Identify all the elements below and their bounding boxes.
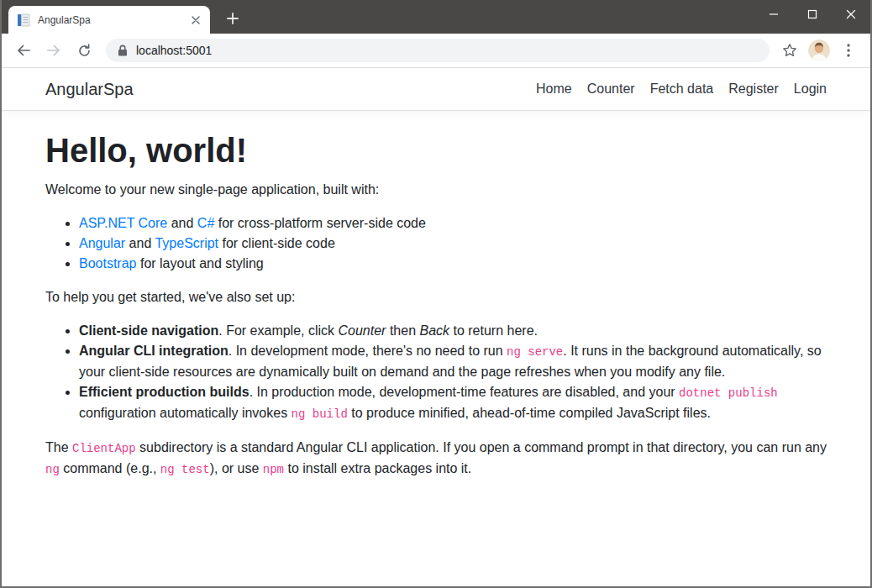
bold-text: Client-side navigation <box>79 323 218 338</box>
bold-text: Angular CLI integration <box>79 344 229 358</box>
main-content: Hello, world! Welcome to your new single… <box>33 111 839 480</box>
page-title: Hello, world! <box>45 130 827 171</box>
lock-icon[interactable] <box>118 45 128 56</box>
setup-intro-paragraph: To help you get started, we've also set … <box>45 287 827 307</box>
list-item-angular: Angular and TypeScript for client-side c… <box>79 234 827 254</box>
inline-code: ng <box>45 463 60 476</box>
tech-list: ASP.NET Core and C# for cross-platform s… <box>45 213 827 274</box>
tab-title: AngularSpa <box>38 14 188 26</box>
intro-paragraph: Welcome to your new single-page applicat… <box>45 180 827 200</box>
inline-code: dotnet publish <box>679 386 778 400</box>
italic-text: Counter <box>339 323 386 338</box>
inline-code: npm <box>263 463 284 476</box>
content-link[interactable]: C# <box>197 216 214 230</box>
italic-text: Back <box>419 323 449 338</box>
browser-toolbar: localhost:5001 <box>2 34 870 68</box>
content-link[interactable]: TypeScript <box>155 236 218 250</box>
content-link[interactable]: Angular <box>79 236 125 250</box>
setup-list: Client-side navigation. For example, cli… <box>45 321 827 424</box>
menu-dots-icon[interactable] <box>835 37 862 64</box>
address-bar[interactable]: localhost:5001 <box>106 39 770 62</box>
footer-paragraph: The ClientApp subdirectory is a standard… <box>45 438 827 480</box>
nav-link-fetch-data[interactable]: Fetch data <box>643 81 722 96</box>
content-link[interactable]: ASP.NET Core <box>79 216 167 230</box>
content-link[interactable]: Bootstrap <box>79 256 136 270</box>
nav-link-home[interactable]: Home <box>528 81 580 96</box>
inline-code: ng test <box>160 463 210 476</box>
window-controls <box>754 0 870 28</box>
url-text[interactable]: localhost:5001 <box>136 44 212 57</box>
browser-titlebar: AngularSpa <box>2 0 870 34</box>
nav-link-counter[interactable]: Counter <box>580 81 643 96</box>
browser-tab[interactable]: AngularSpa <box>8 6 210 34</box>
window-maximize-button[interactable] <box>793 0 832 28</box>
inline-code: ClientApp <box>72 442 136 455</box>
favicon-icon <box>17 13 30 27</box>
bold-text: Efficient production builds <box>79 385 250 399</box>
navbar-brand[interactable]: AngularSpa <box>45 80 134 99</box>
tab-close-icon[interactable] <box>188 13 203 28</box>
list-item-bootstrap: Bootstrap for layout and styling <box>79 254 827 274</box>
nav-link-login[interactable]: Login <box>786 81 827 96</box>
list-item-aspnet: ASP.NET Core and C# for cross-platform s… <box>79 213 827 234</box>
navbar-links: Home Counter Fetch data Register Login <box>528 81 827 97</box>
window-minimize-button[interactable] <box>754 0 793 28</box>
forward-icon[interactable] <box>40 37 67 64</box>
inline-code: ng build <box>292 407 348 421</box>
list-item-cli-integration: Angular CLI integration. In development … <box>79 341 827 382</box>
list-item-production-builds: Efficient production builds. In producti… <box>79 382 827 424</box>
window-close-button[interactable] <box>832 0 870 28</box>
avatar[interactable] <box>808 39 830 61</box>
list-item-navigation: Client-side navigation. For example, cli… <box>79 321 827 341</box>
back-icon[interactable] <box>10 37 37 64</box>
nav-link-register[interactable]: Register <box>721 81 786 96</box>
inline-code: ng serve <box>507 345 563 359</box>
new-tab-button[interactable] <box>220 6 245 31</box>
browser-window: AngularSpa <box>0 0 872 588</box>
site-navbar: AngularSpa Home Counter Fetch data Regis… <box>2 68 870 111</box>
page-viewport: AngularSpa Home Counter Fetch data Regis… <box>2 68 870 586</box>
refresh-icon[interactable] <box>71 37 97 64</box>
bookmark-star-icon[interactable] <box>776 37 803 64</box>
